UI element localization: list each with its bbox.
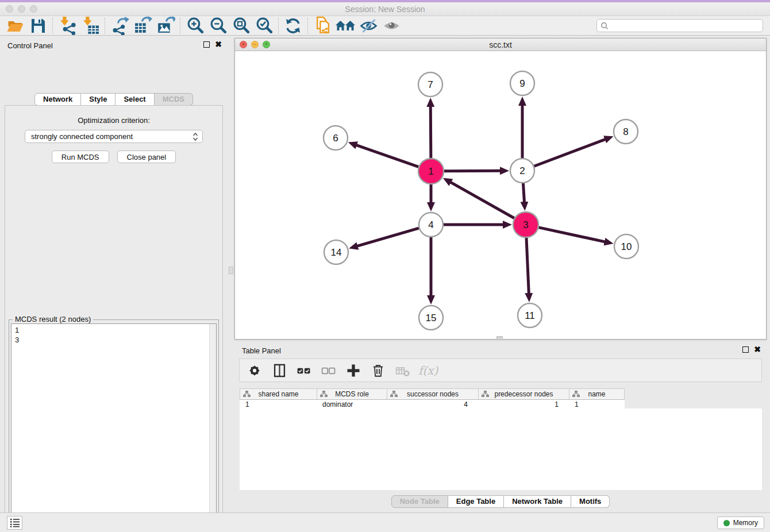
table-toolbar: f(x): [239, 358, 762, 382]
column-tree-icon: [320, 391, 328, 398]
graph-node-label: 6: [333, 133, 338, 144]
export-image-button[interactable]: [154, 17, 177, 35]
table-mode-button[interactable]: [245, 361, 264, 380]
open-session-button[interactable]: [3, 17, 26, 35]
graph-node-label: 9: [519, 78, 525, 89]
tab-mcds[interactable]: MCDS: [155, 93, 193, 106]
delete-column-button[interactable]: [369, 361, 387, 380]
memory-button[interactable]: Memory: [717, 516, 764, 529]
control-panel-tabs: NetworkStyleSelectMCDS: [0, 93, 228, 106]
column-header-mcds-role[interactable]: MCDS role: [317, 389, 387, 399]
deselect-all-button[interactable]: [319, 361, 338, 380]
hide-selected-button[interactable]: [357, 17, 380, 35]
result-line: 1: [15, 325, 216, 335]
close-table-panel-icon[interactable]: ✖: [754, 346, 761, 353]
import-table-button[interactable]: [79, 17, 102, 35]
criterion-value: strongly connected component: [31, 132, 133, 141]
zoom-out-button[interactable]: [206, 17, 229, 35]
export-table-button[interactable]: [131, 17, 154, 35]
delete-table-button[interactable]: [394, 361, 412, 380]
network-graph-canvas[interactable]: 7968124314101511: [235, 51, 766, 339]
task-history-button[interactable]: [7, 516, 22, 530]
tab-select[interactable]: Select: [116, 93, 154, 106]
tab-node-table[interactable]: Node Table: [391, 495, 448, 508]
column-tree-icon: [482, 391, 489, 398]
table-cell: 4: [387, 400, 478, 409]
column-header-name[interactable]: name: [569, 389, 625, 399]
graph-edge-1-2[interactable]: [444, 171, 501, 171]
run-mcds-button[interactable]: Run MCDS: [52, 151, 109, 163]
show-all-button[interactable]: [380, 17, 403, 35]
save-floppy-icon: [29, 17, 47, 35]
refresh-icon: [284, 17, 302, 35]
graph-edge-2-8[interactable]: [534, 139, 606, 166]
list-icon: [10, 518, 20, 527]
zoom-selected-button[interactable]: [252, 17, 275, 35]
export-table-icon: [133, 16, 152, 35]
new-column-button[interactable]: [344, 361, 363, 380]
eye-icon: [382, 17, 401, 35]
refresh-view-button[interactable]: [282, 17, 305, 35]
criterion-select[interactable]: strongly connected component: [25, 130, 203, 143]
column-header-shared-name[interactable]: shared name: [240, 389, 317, 399]
network-titlebar[interactable]: × − + scc.txt: [235, 38, 766, 51]
column-label: shared name: [258, 390, 298, 398]
graph-edge-3-1[interactable]: [450, 182, 514, 218]
graph-edge-3-11[interactable]: [526, 238, 529, 294]
save-session-button[interactable]: [26, 17, 49, 35]
memory-status-icon: [723, 520, 730, 526]
plus-icon: [345, 363, 361, 379]
graph-node-label: 4: [428, 219, 433, 230]
column-header-successor-nodes[interactable]: successor nodes: [387, 389, 478, 399]
zoom-fit-button[interactable]: [229, 17, 252, 35]
home-view-button[interactable]: [334, 17, 357, 35]
clone-network-button[interactable]: [311, 17, 334, 35]
zoom-out-icon: [209, 16, 228, 35]
search-input[interactable]: [609, 21, 763, 31]
tab-edge-table[interactable]: Edge Table: [448, 495, 504, 508]
column-header-predecessor-nodes[interactable]: predecessor nodes: [478, 389, 569, 399]
network-window[interactable]: × − + scc.txt 7968124314101511: [234, 38, 767, 340]
main-toolbar: [0, 16, 770, 36]
column-label: MCDS role: [335, 390, 369, 398]
table-cell: 1: [240, 400, 317, 409]
float-panel-icon[interactable]: [203, 41, 210, 48]
tab-network[interactable]: Network: [34, 93, 81, 106]
export-network-button[interactable]: [108, 17, 131, 35]
close-panel-icon[interactable]: ✖: [215, 41, 222, 48]
zoom-fit-icon: [232, 16, 251, 35]
graph-edge-1-7[interactable]: [430, 106, 431, 158]
function-builder-button[interactable]: f(x): [418, 364, 438, 377]
import-network-button[interactable]: [56, 17, 79, 35]
mcds-result-text[interactable]: 13: [11, 323, 217, 531]
tab-network-table[interactable]: Network Table: [504, 495, 571, 508]
graph-edge-2-3[interactable]: [523, 183, 524, 203]
graph-edge-3-10[interactable]: [538, 228, 605, 242]
mcds-result-fieldset: MCDS result (2 nodes) 13: [9, 319, 219, 532]
column-tree-icon: [243, 391, 251, 398]
close-panel-button[interactable]: Close panel: [117, 151, 176, 163]
window-title: Session: New Session: [0, 5, 770, 14]
graph-node-label: 8: [623, 126, 628, 137]
graph-edge-1-6[interactable]: [356, 145, 418, 167]
tab-style[interactable]: Style: [81, 93, 116, 106]
columns-icon: [272, 363, 287, 379]
float-table-panel-icon[interactable]: [742, 346, 749, 353]
result-scrollbar[interactable]: [209, 324, 216, 530]
window-titlebar[interactable]: Session: New Session: [0, 2, 770, 16]
select-all-button[interactable]: [295, 361, 313, 380]
splitter-grip-horizontal[interactable]: [496, 336, 503, 340]
select-all-icon: [296, 363, 312, 379]
zoom-in-icon: [186, 16, 205, 35]
result-line: 3: [15, 335, 216, 345]
tab-motifs[interactable]: Motifs: [571, 495, 610, 508]
splitter-grip-vertical[interactable]: [229, 267, 233, 274]
table-row[interactable]: 1dominator411: [240, 400, 625, 409]
toolbar-separator: [180, 18, 180, 34]
zoom-in-button[interactable]: [183, 17, 206, 35]
open-folder-icon: [6, 17, 25, 35]
select-chevrons-icon: [192, 132, 198, 141]
show-columns-button[interactable]: [270, 361, 288, 380]
graph-edge-4-14[interactable]: [357, 228, 419, 246]
toolbar-separator: [307, 18, 308, 34]
